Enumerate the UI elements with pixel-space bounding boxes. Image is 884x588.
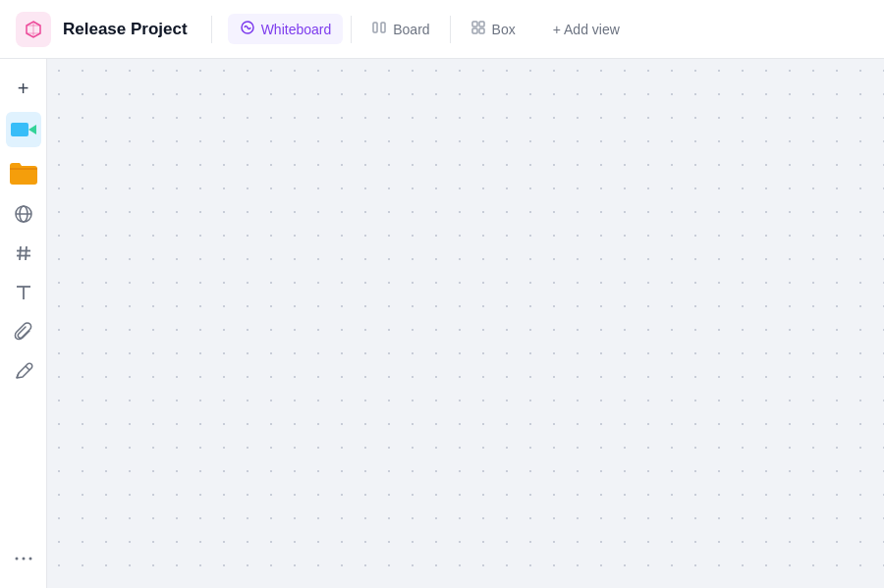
- svg-point-19: [15, 558, 18, 561]
- whiteboard-canvas[interactable]: [47, 59, 884, 588]
- svg-rect-6: [479, 28, 484, 33]
- globe-icon: [14, 204, 33, 224]
- svg-point-21: [28, 558, 31, 561]
- whiteboard-tab-icon: [240, 20, 255, 35]
- sidebar-attach-button[interactable]: [6, 314, 41, 349]
- svg-rect-1: [373, 23, 377, 32]
- svg-rect-5: [472, 28, 477, 33]
- sidebar-text-button[interactable]: [6, 275, 41, 310]
- project-icon: [16, 12, 51, 47]
- plus-icon: +: [18, 78, 29, 100]
- board-icon: [371, 20, 387, 38]
- header-divider: [211, 16, 212, 43]
- sidebar-globe-button[interactable]: [6, 196, 41, 232]
- box-tab-label: Box: [492, 22, 516, 37]
- whiteboard-icon: [240, 20, 255, 38]
- tab-board[interactable]: Board: [359, 14, 441, 44]
- board-tab-label: Board: [393, 22, 429, 37]
- tab-box[interactable]: Box: [459, 14, 527, 44]
- draw-icon: [14, 361, 33, 381]
- sidebar-media-folder[interactable]: [6, 155, 41, 190]
- svg-line-12: [20, 246, 21, 260]
- tab-whiteboard[interactable]: Whiteboard: [228, 14, 344, 44]
- paperclip-icon: [14, 322, 33, 342]
- nav-tabs: Whiteboard Board: [228, 14, 527, 44]
- svg-rect-2: [381, 23, 385, 32]
- tab-divider-1: [351, 16, 352, 43]
- sidebar-add-button[interactable]: +: [6, 71, 41, 106]
- sidebar: +: [0, 59, 47, 588]
- more-icon: [14, 556, 33, 561]
- main-layout: +: [0, 59, 884, 588]
- tab-divider-2: [450, 16, 451, 43]
- box-icon: [470, 20, 486, 38]
- sidebar-draw-button[interactable]: [6, 353, 41, 389]
- cube-icon: [24, 20, 43, 39]
- sidebar-hash-button[interactable]: [6, 236, 41, 271]
- svg-line-13: [26, 246, 27, 260]
- svg-rect-3: [472, 22, 477, 27]
- whiteboard-tab-label: Whiteboard: [261, 22, 332, 37]
- text-icon: [14, 283, 33, 302]
- video-preview-icon: [9, 115, 38, 144]
- sidebar-more-button[interactable]: [6, 541, 41, 576]
- svg-rect-7: [11, 123, 28, 136]
- project-title: Release Project: [63, 20, 188, 39]
- svg-rect-4: [479, 22, 484, 27]
- box-tab-icon: [470, 20, 486, 35]
- hash-icon: [14, 243, 33, 263]
- header: Release Project Whiteboard Board: [0, 0, 884, 59]
- board-tab-icon: [371, 20, 387, 35]
- svg-point-20: [22, 558, 25, 561]
- add-view-label: + Add view: [553, 22, 620, 37]
- svg-line-18: [26, 366, 29, 370]
- folder-preview-icon: [7, 156, 40, 189]
- svg-marker-8: [28, 125, 36, 134]
- sidebar-media-video[interactable]: [6, 112, 41, 147]
- add-view-button[interactable]: + Add view: [543, 16, 630, 43]
